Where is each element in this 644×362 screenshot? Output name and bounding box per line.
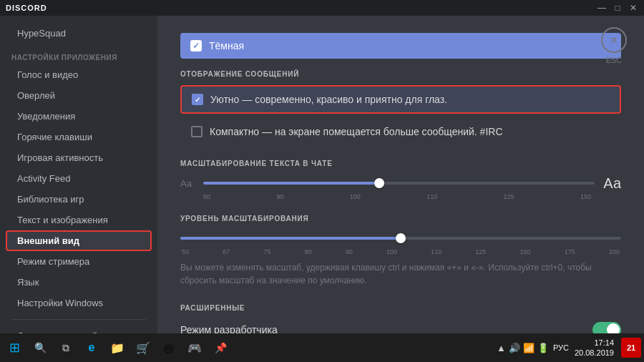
tick-150: 150 [580, 193, 591, 200]
language-indicator: РУС [553, 343, 569, 352]
zoom-level-row [180, 230, 621, 247]
tray-icons: ▲ 🔊 📶 🔋 [497, 343, 549, 353]
edge-button[interactable]: e [80, 336, 103, 359]
chrome-icon: ◎ [164, 341, 174, 355]
text-scale-big-label: Аа [603, 175, 621, 192]
sidebar-item-hotkeys[interactable]: Горячие клавиши [6, 127, 152, 147]
search-button[interactable]: 🔍 [29, 336, 52, 359]
zoom-level-thumb[interactable] [396, 233, 406, 243]
tick-80: 80 [203, 193, 210, 200]
edge-icon: e [89, 341, 95, 354]
titlebar: DISCORD — □ ✕ [0, 0, 644, 16]
maximize-button[interactable]: □ [613, 3, 623, 13]
text-scale-row: Аа Аа [180, 175, 621, 192]
app-logo: DISCORD [6, 4, 47, 12]
zoom-level-section: УРОВЕНЬ МАСШТАБИРОВАНИЯ 50 67 75 80 90 1… [180, 215, 621, 287]
discord-button[interactable]: 🎮 [183, 336, 206, 359]
tick-125: 125 [504, 193, 514, 200]
content-area: ✕ ESC Тёмная ОТОБРАЖЕНИЕ СООБЩЕНИЙ Уютно… [157, 16, 644, 333]
dev-mode-row: Режим разработчика [180, 322, 621, 333]
zoom-tick-80: 80 [305, 248, 312, 255]
dark-theme-label: Тёмная [209, 40, 244, 52]
sidebar-section-label: НАСТРОЙКИ ПРИЛОЖЕНИЯ [0, 48, 157, 64]
text-scale-label: МАСШТАБИРОВАНИЕ ТЕКСТА В ЧАТЕ [180, 160, 621, 167]
zoom-tick-50: 50 [182, 248, 189, 255]
zoom-tick-75: 75 [263, 248, 270, 255]
sidebar-item-appearance[interactable]: Внешний вид [6, 230, 152, 251]
dev-mode-toggle[interactable] [592, 322, 621, 333]
compact-checkbox [191, 126, 203, 137]
sidebar-item-activity-feed[interactable]: Activity Feed [6, 168, 152, 189]
esc-button[interactable]: ✕ [601, 27, 627, 53]
sidebar-item-hypesquad[interactable]: HypeSquad [6, 23, 152, 44]
pinned-icon: 📌 [215, 342, 227, 353]
window-controls: — □ ✕ [597, 3, 638, 13]
taskbar-start: ⊞ 🔍 ⧉ e 📁 🛒 ◎ 🎮 📌 [3, 336, 232, 359]
dev-mode-label: Режим разработчика [180, 324, 278, 333]
toggle-knob [607, 323, 620, 333]
folder-icon: 📁 [110, 341, 125, 355]
zoom-level-fill [180, 237, 401, 240]
compact-option[interactable]: Компактно — на экране помещается больше … [180, 118, 621, 145]
dark-theme-option[interactable]: Тёмная [180, 33, 621, 59]
text-scale-fill [203, 182, 379, 185]
main-layout: HypeSquad НАСТРОЙКИ ПРИЛОЖЕНИЯ Голос и в… [0, 16, 644, 333]
sidebar-item-windows-settings[interactable]: Настройки Windows [6, 293, 152, 313]
sidebar-item-game-activity[interactable]: Игровая активность [6, 147, 152, 168]
minimize-button[interactable]: — [597, 3, 607, 13]
zoom-tick-200: 200 [609, 248, 620, 255]
zoom-tick-150: 150 [520, 248, 531, 255]
esc-button-container: ✕ ESC [601, 27, 627, 64]
pinned-button[interactable]: 📌 [209, 336, 232, 359]
tick-100: 100 [350, 193, 361, 200]
discord-taskbar-icon: 🎮 [187, 341, 202, 355]
message-display-section-label: ОТОБРАЖЕНИЕ СООБЩЕНИЙ [180, 70, 621, 78]
text-scale-slider-container[interactable] [203, 175, 595, 192]
sidebar: HypeSquad НАСТРОЙКИ ПРИЛОЖЕНИЯ Голос и в… [0, 16, 157, 333]
taskbar-clock: 17:14 20.08.2019 [575, 338, 617, 358]
text-scale-track [203, 182, 595, 185]
text-scale-small-label: Аа [180, 178, 195, 189]
sidebar-item-language[interactable]: Язык [6, 272, 152, 293]
windows-icon: ⊞ [9, 340, 20, 356]
text-scale-ticks: 80 90 100 110 125 150 [202, 193, 592, 200]
tray-network-icon[interactable]: 📶 [523, 343, 535, 353]
zoom-level-ticks: 50 67 75 80 90 100 110 125 150 175 200 [180, 248, 621, 255]
text-scale-section: МАСШТАБИРОВАНИЕ ТЕКСТА В ЧАТЕ Аа Аа 80 9… [180, 160, 621, 200]
chrome-button[interactable]: ◎ [157, 336, 180, 359]
task-view-button[interactable]: ⧉ [54, 336, 77, 359]
sidebar-item-changelog[interactable]: Список изменений [6, 326, 152, 333]
sidebar-item-notifications[interactable]: Уведомления [6, 106, 152, 127]
notification-badge[interactable]: 21 [621, 338, 641, 358]
cozy-option[interactable]: Уютно — современно, красиво и приятно дл… [180, 85, 621, 114]
sidebar-item-overlay[interactable]: Оверлей [6, 85, 152, 106]
tray-arrow-icon[interactable]: ▲ [497, 343, 506, 353]
dark-theme-checkbox [190, 40, 202, 52]
text-scale-thumb[interactable] [374, 178, 384, 188]
sidebar-item-text-images[interactable]: Текст и изображения [6, 210, 152, 230]
compact-label: Компактно — на экране помещается больше … [210, 126, 503, 137]
folder-button[interactable]: 📁 [106, 336, 129, 359]
tick-110: 110 [426, 193, 437, 200]
advanced-section-label: РАСШИРЕННЫЕ [180, 304, 621, 312]
search-icon: 🔍 [34, 342, 47, 353]
notification-count: 21 [627, 343, 635, 352]
sidebar-item-game-library[interactable]: Библиотека игр [6, 189, 152, 210]
zoom-level-slider-container[interactable] [180, 230, 621, 247]
tray-volume-icon[interactable]: 🔊 [509, 343, 520, 353]
clock-date: 20.08.2019 [575, 348, 614, 358]
sidebar-item-voice[interactable]: Голос и видео [6, 64, 152, 85]
task-view-icon: ⧉ [62, 342, 69, 354]
taskbar-tray: ▲ 🔊 📶 🔋 РУС 17:14 20.08.2019 21 [497, 338, 641, 358]
close-button[interactable]: ✕ [628, 3, 638, 13]
zoom-tick-67: 67 [223, 248, 230, 255]
zoom-tick-125: 125 [475, 248, 486, 255]
start-button[interactable]: ⊞ [3, 336, 26, 359]
store-button[interactable]: 🛒 [132, 336, 155, 359]
cozy-label: Уютно — современно, красиво и приятно дл… [210, 94, 447, 105]
sidebar-divider [11, 319, 146, 320]
sidebar-item-streamer-mode[interactable]: Режим стримера [6, 251, 152, 272]
zoom-tick-90: 90 [346, 248, 353, 255]
tray-battery-icon[interactable]: 🔋 [537, 343, 549, 353]
store-icon: 🛒 [136, 341, 150, 355]
